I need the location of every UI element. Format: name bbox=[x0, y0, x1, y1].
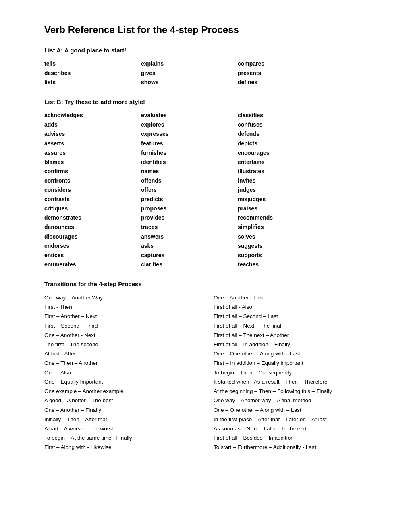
verb-item: critiques bbox=[44, 204, 141, 213]
verb-item: discourages bbox=[44, 232, 141, 241]
verb-item: explains bbox=[141, 59, 238, 69]
transition-item: One way – Another way – A final method bbox=[214, 396, 371, 405]
transition-item: First – Another – Next bbox=[44, 312, 201, 321]
verb-item: presents bbox=[238, 69, 334, 78]
transition-item: First of all – Second – Last bbox=[214, 312, 371, 321]
verb-item: endorses bbox=[44, 241, 141, 251]
verb-item: asks bbox=[141, 241, 238, 251]
transition-item: First of all – In addition – Finally bbox=[214, 340, 371, 349]
transition-item: One – Another - Last bbox=[214, 293, 371, 302]
verb-item: classifies bbox=[238, 111, 334, 120]
list-b-heading: List B: Try these to add more style! bbox=[44, 98, 371, 105]
verb-item: praises bbox=[238, 204, 334, 213]
verb-item: proposes bbox=[141, 204, 238, 213]
verb-item: answers bbox=[141, 232, 238, 241]
transitions-heading: Transitions for the 4-step Process bbox=[44, 281, 371, 287]
verb-item: defends bbox=[238, 129, 334, 139]
verb-item: confirms bbox=[44, 167, 141, 176]
verb-item: traces bbox=[141, 222, 238, 232]
list-a-section: List A: A good place to start! tellsexpl… bbox=[44, 47, 371, 87]
verb-item: invites bbox=[238, 176, 334, 185]
verb-item: explores bbox=[141, 120, 238, 129]
transition-item: First – Second – Third bbox=[44, 321, 201, 330]
verb-item: contrasts bbox=[44, 195, 141, 204]
transition-item: One – One other – Along with - Last bbox=[214, 349, 371, 358]
verb-item: identifies bbox=[141, 158, 238, 167]
verb-item: depicts bbox=[238, 139, 334, 148]
verb-item: encourages bbox=[238, 148, 334, 158]
verb-item: gives bbox=[141, 69, 238, 78]
list-a-verb-grid: tellsexplainscomparesdescribesgivesprese… bbox=[44, 59, 371, 87]
transition-item: One – Another - Next bbox=[44, 330, 201, 340]
transition-item: A good – A better – The best bbox=[44, 396, 201, 405]
transition-item: First – Along with - Likewise bbox=[44, 443, 201, 452]
verb-item: offers bbox=[141, 185, 238, 195]
page-title: Verb Reference List for the 4-step Proce… bbox=[44, 24, 371, 35]
transition-item: First of all - Also bbox=[214, 302, 371, 312]
transition-item: At first - After bbox=[44, 349, 201, 358]
verb-item: furnishes bbox=[141, 148, 238, 158]
verb-item: offends bbox=[141, 176, 238, 185]
transitions-col2: One – Another - LastFirst of all - AlsoF… bbox=[214, 293, 371, 452]
verb-item: acknowledges bbox=[44, 111, 141, 120]
verb-item: teaches bbox=[238, 260, 334, 269]
verb-item: features bbox=[141, 139, 238, 148]
verb-item: enumerates bbox=[44, 260, 141, 269]
verb-item: simplifies bbox=[238, 222, 334, 232]
verb-item: defines bbox=[238, 78, 334, 87]
verb-item: adds bbox=[44, 120, 141, 129]
verb-item: predicts bbox=[141, 195, 238, 204]
verb-item: entices bbox=[44, 251, 141, 260]
verb-item: entertains bbox=[238, 158, 334, 167]
transition-item: First of all – Next – The final bbox=[214, 321, 371, 330]
list-b-verb-grid: acknowledgesevaluatesclassifiesaddsexplo… bbox=[44, 111, 371, 269]
transition-item: One example – Another example bbox=[44, 387, 201, 396]
transition-item: A bad – A worse – The worst bbox=[44, 424, 201, 433]
transition-item: To begin – At the same time - Finally bbox=[44, 433, 201, 443]
transition-item: One – Also bbox=[44, 368, 201, 377]
transition-item: Initially – Then – After that bbox=[44, 415, 201, 424]
transition-item: First – In addition – Equally important bbox=[214, 358, 371, 368]
verb-item: suggests bbox=[238, 241, 334, 251]
verb-item: clarifies bbox=[141, 260, 238, 269]
verb-item: expresses bbox=[141, 129, 238, 139]
transition-item: One – One other – Along with – Last bbox=[214, 405, 371, 415]
verb-item: assures bbox=[44, 148, 141, 158]
verb-item: compares bbox=[238, 59, 334, 69]
transition-item: One – Then – Another bbox=[44, 358, 201, 368]
list-a-heading: List A: A good place to start! bbox=[44, 47, 371, 54]
transition-item: First of all – The next – Another bbox=[214, 330, 371, 340]
verb-item: confuses bbox=[238, 120, 334, 129]
verb-item: provides bbox=[141, 213, 238, 222]
transitions-grid: One way – Another WayFirst - ThenFirst –… bbox=[44, 293, 371, 452]
transition-item: It started when - As a result – Then – T… bbox=[214, 377, 371, 387]
verb-item: evaluates bbox=[141, 111, 238, 120]
verb-item: solves bbox=[238, 232, 334, 241]
transition-item: One – Another – Finally bbox=[44, 405, 201, 415]
verb-item: advises bbox=[44, 129, 141, 139]
transition-item: To start – Furthermore – Additionally - … bbox=[214, 443, 371, 452]
verb-item: misjudges bbox=[238, 195, 334, 204]
transition-item: The first – The second bbox=[44, 340, 201, 349]
transition-item: First of all – Besides – In addition bbox=[214, 433, 371, 443]
transition-item: As soon as – Next – Later – In the end bbox=[214, 424, 371, 433]
transitions-col1: One way – Another WayFirst - ThenFirst –… bbox=[44, 293, 201, 452]
verb-item: confronts bbox=[44, 176, 141, 185]
verb-item: describes bbox=[44, 69, 141, 78]
verb-item: asserts bbox=[44, 139, 141, 148]
transition-item: One – Equally Important bbox=[44, 377, 201, 387]
verb-item: judges bbox=[238, 185, 334, 195]
transition-item: One way – Another Way bbox=[44, 293, 201, 302]
transition-item: To begin – Then – Consequently bbox=[214, 368, 371, 377]
verb-item: recommends bbox=[238, 213, 334, 222]
verb-item: blames bbox=[44, 158, 141, 167]
verb-item: tells bbox=[44, 59, 141, 69]
verb-item: denounces bbox=[44, 222, 141, 232]
transitions-section: Transitions for the 4-step Process One w… bbox=[44, 281, 371, 452]
verb-item: illustrates bbox=[238, 167, 334, 176]
verb-item: shows bbox=[141, 78, 238, 87]
verb-item: lists bbox=[44, 78, 141, 87]
transition-item: First - Then bbox=[44, 302, 201, 312]
transition-item: In the first place – After that – Later … bbox=[214, 415, 371, 424]
verb-item: demonstrates bbox=[44, 213, 141, 222]
